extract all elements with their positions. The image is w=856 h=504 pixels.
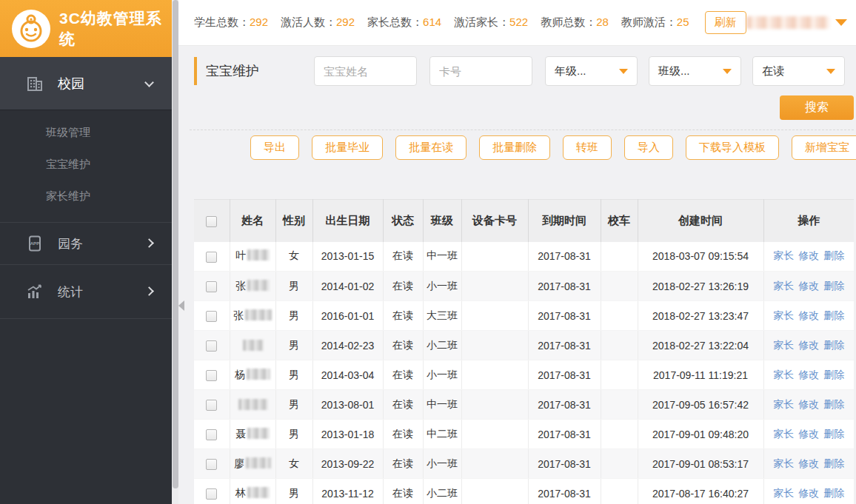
caret-down-icon xyxy=(723,69,732,74)
col-birth: 出生日期 xyxy=(312,200,383,242)
caret-down-icon xyxy=(619,69,628,74)
svg-text:APP: APP xyxy=(30,241,40,246)
name-cell: 杨 xyxy=(230,360,275,390)
batch-delete-button[interactable]: 批量删除 xyxy=(479,135,550,160)
delete-link[interactable]: 删除 xyxy=(823,280,844,292)
name-cell: 叶 xyxy=(230,242,275,272)
delete-link[interactable]: 删除 xyxy=(823,487,844,499)
col-operations: 操作 xyxy=(763,200,854,242)
parent-link[interactable]: 家长 xyxy=(773,249,794,261)
row-checkbox[interactable] xyxy=(206,459,217,470)
select-all-header xyxy=(194,200,230,242)
delete-link[interactable]: 删除 xyxy=(823,398,844,410)
edit-link[interactable]: 修改 xyxy=(798,428,819,440)
edit-link[interactable]: 修改 xyxy=(798,339,819,351)
row-checkbox[interactable] xyxy=(206,252,217,263)
row-checkbox[interactable] xyxy=(206,429,217,440)
redacted-name xyxy=(247,487,270,498)
search-button[interactable]: 搜索 xyxy=(780,95,854,120)
babies-table: 姓名 性别 出生日期 状态 班级 设备卡号 到期时间 校车 创建时间 操作 xyxy=(194,199,854,504)
import-button[interactable]: 导入 xyxy=(624,135,673,160)
edit-link[interactable]: 修改 xyxy=(798,249,819,261)
parent-link[interactable]: 家长 xyxy=(773,428,794,440)
batch-graduate-button[interactable]: 批量毕业 xyxy=(312,135,383,160)
table-row: 男 2014-02-23 在读 小二班 2017-08-31 2018-02-2… xyxy=(194,331,854,360)
sidebar-item-parent-maintenance[interactable]: 家长维护 xyxy=(0,180,172,212)
chevron-down-icon xyxy=(144,78,154,87)
table-row: 张 男 2016-01-01 在读 大三班 2017-08-31 2018-02… xyxy=(194,301,854,331)
grade-select[interactable]: 年级... xyxy=(545,56,638,86)
col-expire: 到期时间 xyxy=(528,200,601,242)
redacted-name xyxy=(246,457,271,468)
row-checkbox[interactable] xyxy=(206,311,217,322)
sidebar-item-label: 统计 xyxy=(58,283,83,300)
delete-link[interactable]: 删除 xyxy=(823,457,844,469)
parent-link[interactable]: 家长 xyxy=(773,369,794,380)
baby-name-input[interactable] xyxy=(314,56,417,86)
col-sex: 性别 xyxy=(275,200,312,242)
parent-link[interactable]: 家长 xyxy=(773,457,794,469)
sidebar-item-statistics[interactable]: 统计 xyxy=(0,265,172,319)
redacted-name xyxy=(238,399,268,410)
delete-link[interactable]: 删除 xyxy=(823,369,844,380)
table-row: 叶 女 2013-01-15 在读 中一班 2017-08-31 2018-03… xyxy=(194,242,854,272)
table-row: 男 2013-08-01 在读 中一班 2017-08-31 2017-09-0… xyxy=(194,390,854,420)
class-select[interactable]: 班级... xyxy=(649,56,741,86)
add-baby-button[interactable]: 新增宝宝 xyxy=(792,135,856,160)
table-row: 聂 男 2013-01-18 在读 中二班 2017-08-31 2017-09… xyxy=(194,420,854,449)
delete-link[interactable]: 删除 xyxy=(823,249,844,261)
delete-link[interactable]: 删除 xyxy=(823,309,844,321)
actions-row: 导出 批量毕业 批量在读 批量删除 转班 导入 下载导入模板 新增宝宝 xyxy=(250,135,854,160)
export-button[interactable]: 导出 xyxy=(250,135,299,160)
parent-link[interactable]: 家长 xyxy=(773,398,794,410)
col-class: 班级 xyxy=(423,200,461,242)
download-template-button[interactable]: 下载导入模板 xyxy=(686,135,779,160)
main-area: 学生总数：292 激活人数：292 家长总数：614 激活家长：522 教师总数… xyxy=(178,0,856,504)
sidebar-item-baby-maintenance[interactable]: 宝宝维护 xyxy=(0,148,172,180)
robot-logo-icon xyxy=(12,10,50,48)
parent-link[interactable]: 家长 xyxy=(773,280,794,292)
refresh-button[interactable]: 刷新 xyxy=(705,11,747,34)
table-header-row: 姓名 性别 出生日期 状态 班级 设备卡号 到期时间 校车 创建时间 操作 xyxy=(194,200,854,242)
select-all-checkbox[interactable] xyxy=(206,216,217,227)
row-checkbox[interactable] xyxy=(206,488,217,500)
edit-link[interactable]: 修改 xyxy=(798,309,819,321)
app-window: 3C幼教管理系统 校园 班级管理 宝宝维护 家长维护 xyxy=(0,0,856,504)
delete-link[interactable]: 删除 xyxy=(823,339,844,351)
parent-link[interactable]: 家长 xyxy=(773,487,794,499)
name-cell xyxy=(230,331,275,360)
table-row: 廖 女 2013-09-22 在读 小一班 2017-08-31 2017-09… xyxy=(194,449,854,479)
col-name: 姓名 xyxy=(230,200,275,242)
vertical-scrollbar[interactable] xyxy=(172,0,178,504)
edit-link[interactable]: 修改 xyxy=(798,369,819,380)
page-title: 宝宝维护 xyxy=(194,57,314,85)
scrollbar-thumb[interactable] xyxy=(173,0,178,488)
stat-activated-parents: 激活家长：522 xyxy=(454,16,528,30)
row-checkbox[interactable] xyxy=(206,400,217,411)
topbar: 学生总数：292 激活人数：292 家长总数：614 激活家长：522 教师总数… xyxy=(178,0,856,46)
user-menu[interactable] xyxy=(746,16,847,29)
transfer-class-button[interactable]: 转班 xyxy=(563,135,612,160)
sidebar-item-garden-affairs[interactable]: APP 园务 xyxy=(0,223,172,265)
edit-link[interactable]: 修改 xyxy=(798,457,819,469)
card-number-input[interactable] xyxy=(429,56,532,86)
edit-link[interactable]: 修改 xyxy=(798,398,819,410)
row-checkbox[interactable] xyxy=(206,281,217,292)
sidebar: 3C幼教管理系统 校园 班级管理 宝宝维护 家长维护 xyxy=(0,0,172,504)
table-row: 杨 男 2014-03-04 在读 小一班 2017-08-31 2017-09… xyxy=(194,360,854,390)
edit-link[interactable]: 修改 xyxy=(798,487,819,499)
redacted-name xyxy=(247,280,270,291)
sidebar-item-campus[interactable]: 校园 xyxy=(0,57,172,110)
name-cell: 林 xyxy=(230,479,275,504)
row-checkbox[interactable] xyxy=(206,370,217,381)
parent-link[interactable]: 家长 xyxy=(773,309,794,321)
chevron-right-icon xyxy=(144,286,154,296)
row-checkbox[interactable] xyxy=(206,340,217,352)
parent-link[interactable]: 家长 xyxy=(773,339,794,351)
delete-link[interactable]: 删除 xyxy=(823,428,844,440)
edit-link[interactable]: 修改 xyxy=(798,280,819,292)
status-select[interactable]: 在读 xyxy=(752,56,845,86)
batch-enrolled-button[interactable]: 批量在读 xyxy=(395,135,467,160)
page-content: 宝宝维护 年级... 班级... 在读 搜索 xyxy=(178,46,856,504)
sidebar-item-class-management[interactable]: 班级管理 xyxy=(0,116,172,148)
